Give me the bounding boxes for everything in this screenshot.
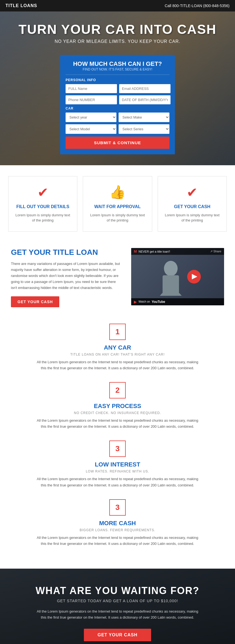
car-label: CAR [66, 107, 169, 110]
thumb-icon-2 [89, 185, 146, 200]
feature-subtitle-3: LOW RATES. REFINANCE WITH US. [11, 469, 224, 473]
svg-rect-1 [163, 275, 179, 294]
feature-title-1: ANY CAR [11, 344, 224, 351]
video-section: GET YOUR TITLE LOAN There are many varia… [0, 243, 235, 318]
step-desc-2: Lorem Ipsum is simply dummy text of the … [89, 212, 146, 223]
youtube-icon: ▶ [134, 300, 137, 304]
watch-on-label: Watch on [139, 300, 150, 303]
year-make-row: Select year Select Make [66, 113, 169, 122]
feature-number-4: 3 [109, 499, 126, 516]
form-divider [66, 75, 169, 75]
play-triangle-icon [192, 274, 197, 279]
step-desc-1: Lorem Ipsum is simply dummy text of the … [14, 212, 72, 223]
feature-title-2: EASY PROCESS [11, 403, 224, 410]
model-select[interactable]: Select Model [66, 124, 116, 134]
model-series-row: Select Model Select Series [66, 124, 169, 134]
feature-desc-2: All the Lorem Ipsum generators on the In… [36, 418, 199, 430]
submit-button[interactable]: SUBMIT & CONTINUE [66, 137, 169, 149]
youtube-label: YouTube [152, 300, 165, 304]
feature-subtitle-4: BIGGER LOANS. FEWER REQUIREMENTS. [11, 528, 224, 532]
feature-item-3: 3 LOW INTEREST LOW RATES. REFINANCE WITH… [11, 441, 224, 488]
video-top-label: M NEVER get a title loan!! [134, 249, 170, 253]
cta-button[interactable]: GET YOUR CASH [84, 629, 151, 641]
cta-desc: All the Lorem Ipsum generators on the In… [36, 608, 199, 621]
form-box-title: HOW MUCH CASH CAN I GET? [66, 60, 169, 67]
video-title: GET YOUR TITLE LOAN [11, 248, 120, 257]
header-phone: Call 800-TITLE-LOAN (800-848-5356) [165, 4, 230, 8]
check-icon-1 [14, 185, 72, 200]
feature-number-2: 2 [109, 382, 126, 398]
steps-section: FILL OUT YOUR DETAILS Lorem Ipsum is sim… [0, 165, 235, 243]
feature-item-2: 2 EASY PROCESS NO CREDIT CHECK. NO INSUR… [11, 382, 224, 430]
feature-title-3: LOW INTEREST [11, 461, 224, 468]
series-select[interactable]: Select Series [119, 124, 169, 134]
feature-desc-4: All the Lorem Ipsum generators on the In… [36, 535, 199, 547]
video-bottom-bar: ▶ Watch on YouTube [131, 298, 224, 305]
feature-subtitle-1: TITLE LOANS ON ANY CAR! THAT'S RIGHT ANY… [11, 353, 224, 356]
feature-number-3: 3 [109, 441, 126, 457]
name-email-row [66, 84, 169, 93]
feature-title-4: MORE CASH [11, 520, 224, 527]
loan-form-box: HOW MUCH CASH CAN I GET? FIND OUT NOW. I… [60, 55, 175, 154]
video-bg [131, 248, 224, 305]
feature-subtitle-2: NO CREDIT CHECK. NO INSURANCE REQUIRED. [11, 411, 224, 415]
personal-info-label: PERSONAL INFO [66, 78, 169, 82]
svg-point-0 [164, 261, 178, 276]
step-desc-3: Lorem Ipsum is simply dummy text of the … [163, 212, 221, 223]
cta-title: WHAT ARE YOU WAITING FOR? [11, 585, 224, 596]
full-name-input[interactable] [66, 84, 117, 93]
feature-number-1: 1 [109, 324, 126, 340]
video-text-block: GET YOUR TITLE LOAN There are many varia… [11, 248, 120, 307]
year-select[interactable]: Select year [66, 113, 116, 122]
video-desc: There are many variations of passages of… [11, 261, 120, 291]
step-title-1: FILL OUT YOUR DETAILS [14, 204, 72, 210]
feature-desc-3: All the Lorem Ipsum generators on the In… [36, 476, 199, 488]
hero-section: TURN YOUR CAR INTO CASH NO YEAR OR MILEA… [0, 11, 235, 165]
make-select[interactable]: Select Make [119, 113, 169, 122]
form-box-subtitle: FIND OUT NOW. IT'S FAST, SECURE & EASY! [66, 67, 169, 71]
video-get-cash-button[interactable]: GET YOUR CASH [11, 296, 59, 307]
video-play-button[interactable] [187, 270, 201, 283]
video-person-svg [154, 258, 187, 296]
feature-item-1: 1 ANY CAR TITLE LOANS ON ANY CAR! THAT'S… [11, 324, 224, 371]
step-card-3: GET YOUR CASH Lorem Ipsum is simply dumm… [158, 176, 227, 232]
feature-item-4: 3 MORE CASH BIGGER LOANS. FEWER REQUIREM… [11, 499, 224, 547]
email-input[interactable] [119, 84, 171, 93]
features-section: 1 ANY CAR TITLE LOANS ON ANY CAR! THAT'S… [0, 318, 235, 569]
phone-input[interactable] [66, 95, 117, 104]
feature-desc-1: All the Lorem Ipsum generators on the In… [36, 359, 199, 371]
step-title-2: WAIT FOR APPROVAL [89, 204, 146, 210]
phone-dob-row [66, 95, 169, 104]
video-share-icon: ↗ Share [210, 250, 221, 253]
check-icon-3 [163, 185, 221, 200]
hero-subtitle: NO YEAR OR MILEAGE LIMITS. YOU KEEP YOUR… [5, 39, 230, 44]
cta-section: WHAT ARE YOU WAITING FOR? GET STARTED TO… [0, 569, 235, 644]
hero-content: TURN YOUR CAR INTO CASH NO YEAR OR MILEA… [0, 11, 235, 49]
step-card-2: WAIT FOR APPROVAL Lorem Ipsum is simply … [83, 176, 152, 232]
site-logo: TITLE LOANS [5, 3, 37, 8]
video-top-bar: M NEVER get a title loan!! ↗ Share [131, 248, 224, 255]
hero-title: TURN YOUR CAR INTO CASH [5, 22, 230, 37]
step-card-1: FILL OUT YOUR DETAILS Lorem Ipsum is sim… [8, 176, 77, 232]
site-header: TITLE LOANS Call 800-TITLE-LOAN (800-848… [0, 0, 235, 11]
dob-input[interactable] [119, 95, 171, 104]
cta-subtitle: GET STARTED TODAY AND GET A LOAN OF UP T… [11, 599, 224, 603]
video-thumbnail[interactable]: M NEVER get a title loan!! ↗ Share ▶ Wat… [131, 248, 224, 305]
step-title-3: GET YOUR CASH [163, 204, 221, 210]
